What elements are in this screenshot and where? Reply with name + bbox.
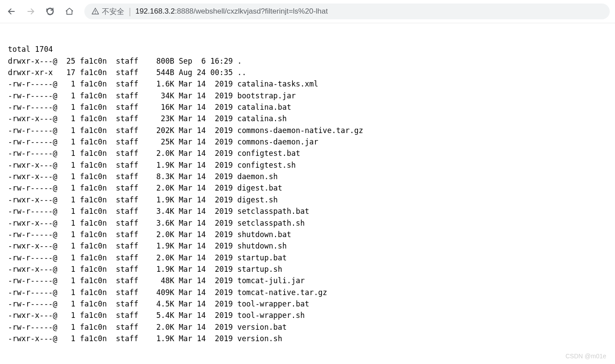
group: staff (116, 114, 138, 123)
perm: -rw-r-----@ (8, 207, 58, 216)
date: Mar 14 2019 (179, 334, 233, 343)
user: fa1c0n (80, 91, 107, 100)
user: fa1c0n (80, 184, 107, 192)
size: 34K (147, 91, 174, 100)
perm: -rwxr-x---@ (8, 311, 58, 320)
url-host: 192.168.3.2 (135, 7, 175, 15)
reload-button[interactable] (44, 5, 56, 18)
date: Sep 6 16:29 (179, 57, 233, 65)
links: 1 (62, 253, 76, 262)
user: fa1c0n (80, 161, 107, 169)
links: 1 (62, 114, 76, 123)
perm: -rw-r-----@ (8, 91, 58, 100)
filename: .. (237, 68, 246, 77)
date: Mar 14 2019 (179, 161, 233, 169)
links: 1 (62, 161, 76, 169)
filename: startup.bat (237, 253, 287, 262)
links: 1 (62, 103, 76, 112)
user: fa1c0n (80, 79, 107, 88)
size: 23K (147, 114, 174, 123)
links: 1 (62, 323, 76, 332)
filename: tomcat-native.tar.gz (237, 288, 327, 297)
perm: -rw-r-----@ (8, 126, 58, 135)
date: Aug 24 00:35 (179, 68, 233, 77)
url-path: :8888/webshell/cxzlkvjasd?filterinjt=ls%… (175, 7, 328, 15)
file-row: -rw-r-----@ 1 fa1c0n staff 2.0K Mar 14 2… (8, 252, 607, 263)
user: fa1c0n (80, 149, 107, 158)
user: fa1c0n (80, 137, 107, 146)
home-icon (65, 7, 74, 16)
size: 8.3K (147, 172, 174, 181)
links: 1 (62, 184, 76, 192)
filename: tool-wrapper.sh (237, 311, 305, 320)
links: 1 (62, 79, 76, 88)
file-row: -rwxr-x---@ 1 fa1c0n staff 5.4K Mar 14 2… (8, 310, 607, 321)
forward-button[interactable] (25, 5, 37, 18)
file-row: -rwxr-x---@ 1 fa1c0n staff 1.9K Mar 14 2… (8, 159, 607, 171)
size: 5.4K (147, 311, 174, 320)
insecure-warning[interactable]: 不安全 (91, 7, 124, 17)
group: staff (116, 184, 138, 192)
perm: -rw-r-----@ (8, 103, 58, 112)
size: 1.9K (147, 334, 174, 343)
filename: digest.sh (237, 195, 278, 204)
links: 1 (62, 230, 76, 239)
file-row: -rw-r-----@ 1 fa1c0n staff 3.4K Mar 14 2… (8, 205, 607, 217)
filename: daemon.sh (237, 172, 278, 181)
back-button[interactable] (5, 5, 18, 18)
browser-toolbar: 不安全 | 192.168.3.2:8888/webshell/cxzlkvja… (0, 0, 615, 23)
user: fa1c0n (80, 207, 107, 216)
date: Mar 14 2019 (179, 137, 233, 146)
group: staff (116, 207, 138, 216)
date: Mar 14 2019 (179, 265, 233, 274)
user: fa1c0n (80, 219, 107, 227)
group: staff (116, 276, 138, 285)
filename: shutdown.sh (237, 241, 287, 250)
file-row: -rwxr-x---@ 1 fa1c0n staff 1.9K Mar 14 2… (8, 263, 607, 275)
home-button[interactable] (63, 5, 76, 18)
size: 1.9K (147, 241, 174, 250)
date: Mar 14 2019 (179, 311, 233, 320)
group: staff (116, 79, 138, 88)
group: staff (116, 334, 138, 343)
group: staff (116, 172, 138, 181)
user: fa1c0n (80, 172, 107, 181)
perm: -rw-r-----@ (8, 137, 58, 146)
file-row: -rw-r-----@ 1 fa1c0n staff 2.0K Mar 14 2… (8, 182, 607, 194)
size: 1.9K (147, 161, 174, 169)
watermark: CSDN @m01e (565, 353, 606, 353)
filename: tool-wrapper.bat (237, 299, 309, 308)
links: 1 (62, 334, 76, 343)
date: Mar 14 2019 (179, 288, 233, 297)
file-row: -rw-r-----@ 1 fa1c0n staff 16K Mar 14 20… (8, 101, 607, 113)
perm: -rwxr-x---@ (8, 161, 58, 169)
user: fa1c0n (80, 241, 107, 250)
file-row: -rw-r-----@ 1 fa1c0n staff 2.0K Mar 14 2… (8, 321, 607, 333)
filename: catalina.sh (237, 114, 287, 123)
size: 3.4K (147, 207, 174, 216)
filename: startup.sh (237, 265, 282, 274)
date: Mar 14 2019 (179, 79, 233, 88)
links: 17 (62, 68, 76, 77)
group: staff (116, 149, 138, 158)
url-text: 192.168.3.2:8888/webshell/cxzlkvjasd?fil… (135, 7, 328, 16)
file-row: -rw-r-----@ 1 fa1c0n staff 4.5K Mar 14 2… (8, 298, 607, 310)
filename: catalina-tasks.xml (237, 79, 318, 88)
links: 1 (62, 149, 76, 158)
perm: -rw-r-----@ (8, 276, 58, 285)
address-bar[interactable]: 不安全 | 192.168.3.2:8888/webshell/cxzlkvja… (84, 4, 610, 19)
user: fa1c0n (80, 230, 107, 239)
date: Mar 14 2019 (179, 195, 233, 204)
links: 1 (62, 311, 76, 320)
links: 1 (62, 91, 76, 100)
links: 1 (62, 241, 76, 250)
size: 409K (147, 288, 174, 297)
filename: . (237, 57, 242, 65)
group: staff (116, 91, 138, 100)
group: staff (116, 68, 138, 77)
date: Mar 14 2019 (179, 114, 233, 123)
warning-icon (91, 7, 99, 15)
date: Mar 14 2019 (179, 91, 233, 100)
size: 1.9K (147, 265, 174, 274)
size: 202K (147, 126, 174, 135)
